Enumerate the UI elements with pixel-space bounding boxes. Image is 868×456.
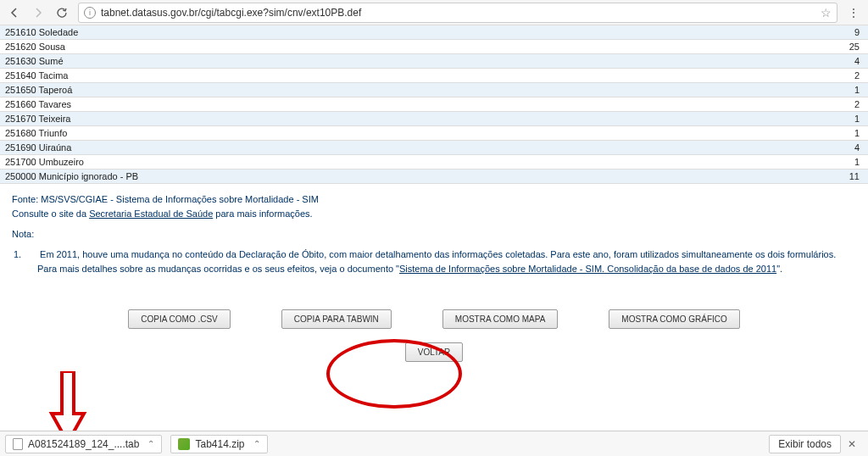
- mostra-grafico-button[interactable]: MOSTRA COMO GRÁFICO: [609, 309, 739, 329]
- source-line2-suffix: para mais informações.: [213, 209, 312, 219]
- download-filename-2: Tab414.zip: [195, 438, 244, 450]
- row-label: 251640 Tacima: [0, 69, 743, 83]
- row-value: 1: [743, 126, 868, 141]
- row-value: 1: [743, 83, 868, 97]
- row-value: 4: [743, 54, 868, 69]
- data-table: 251610 Soledade9251620 Sousa25251630 Sum…: [0, 25, 868, 184]
- copia-csv-button[interactable]: COPIA COMO .CSV: [128, 309, 231, 329]
- url-text: tabnet.datasus.gov.br/cgi/tabcgi.exe?sim…: [101, 7, 361, 19]
- row-label: 251620 Sousa: [0, 40, 743, 54]
- row-label: 251610 Soledade: [0, 25, 743, 40]
- nota-item: 1. Em 2011, houve uma mudança no conteúd…: [0, 244, 868, 292]
- table-row: 251630 Sumé4: [0, 54, 868, 69]
- table-row: 251670 Teixeira1: [0, 112, 868, 126]
- table-row: 251690 Uiraúna4: [0, 141, 868, 155]
- browser-toolbar: i tabnet.datasus.gov.br/cgi/tabcgi.exe?s…: [0, 0, 868, 25]
- nota-link[interactable]: Sistema de Informações sobre Mortalidade…: [399, 264, 776, 274]
- address-bar[interactable]: i tabnet.datasus.gov.br/cgi/tabcgi.exe?s…: [78, 3, 837, 23]
- source-link[interactable]: Secretaria Estadual de Saúde: [89, 209, 213, 219]
- source-info: Fonte: MS/SVS/CGIAE - Sistema de Informa…: [0, 184, 868, 224]
- row-value: 2: [743, 69, 868, 83]
- zip-icon: [178, 438, 190, 450]
- row-value: 9: [743, 25, 868, 40]
- download-item-1[interactable]: A081524189_124_....tab ⌃: [5, 435, 162, 453]
- browser-menu-icon[interactable]: ⋮: [843, 6, 865, 19]
- mostra-mapa-button[interactable]: MOSTRA COMO MAPA: [442, 309, 559, 329]
- page-content: 251610 Soledade9251620 Sousa25251630 Sum…: [0, 25, 868, 431]
- source-line2-prefix: Consulte o site da: [12, 209, 89, 219]
- show-all-downloads-button[interactable]: Exibir todos: [769, 435, 841, 453]
- download-item-2[interactable]: Tab414.zip ⌃: [170, 435, 267, 453]
- row-value: 1: [743, 155, 868, 170]
- action-button-row: COPIA COMO .CSV COPIA PARA TABWIN MOSTRA…: [0, 292, 868, 337]
- row-label: 251670 Teixeira: [0, 112, 743, 126]
- chevron-up-icon[interactable]: ⌃: [147, 439, 154, 448]
- action-button-row2: VOLTAR: [0, 337, 868, 379]
- row-label: 251630 Sumé: [0, 54, 743, 69]
- table-row: 251700 Umbuzeiro1: [0, 155, 868, 170]
- row-label: 251650 Taperoá: [0, 83, 743, 97]
- download-filename-1: A081524189_124_....tab: [28, 438, 139, 450]
- nota-number: 1.: [14, 247, 37, 262]
- row-value: 4: [743, 141, 868, 155]
- row-value: 25: [743, 40, 868, 54]
- chevron-up-icon[interactable]: ⌃: [253, 439, 260, 448]
- table-row: 251610 Soledade9: [0, 25, 868, 40]
- forward-button[interactable]: [27, 2, 49, 24]
- copia-tabwin-button[interactable]: COPIA PARA TABWIN: [281, 309, 392, 329]
- row-label: 250000 Município ignorado - PB: [0, 170, 743, 184]
- row-value: 11: [743, 170, 868, 184]
- table-row: 251640 Tacima2: [0, 69, 868, 83]
- table-row: 250000 Município ignorado - PB11: [0, 170, 868, 184]
- row-label: 251680 Triunfo: [0, 126, 743, 141]
- bookmark-star-icon[interactable]: ☆: [821, 6, 832, 19]
- voltar-button[interactable]: VOLTAR: [405, 342, 464, 362]
- table-row: 251660 Tavares2: [0, 97, 868, 112]
- nota-label: Nota:: [0, 224, 868, 244]
- row-label: 251700 Umbuzeiro: [0, 155, 743, 170]
- source-line1: Fonte: MS/SVS/CGIAE - Sistema de Informa…: [12, 192, 856, 207]
- close-download-shelf-button[interactable]: ✕: [841, 438, 863, 450]
- nota-text-suffix: ".: [776, 264, 782, 274]
- annotation-arrow-icon: [47, 371, 89, 431]
- site-info-icon[interactable]: i: [84, 7, 96, 19]
- back-button[interactable]: [3, 2, 25, 24]
- row-label: 251660 Tavares: [0, 97, 743, 112]
- download-shelf: A081524189_124_....tab ⌃ Tab414.zip ⌃ Ex…: [0, 431, 868, 456]
- table-row: 251650 Taperoá1: [0, 83, 868, 97]
- reload-button[interactable]: [51, 2, 73, 24]
- row-value: 2: [743, 97, 868, 112]
- row-label: 251690 Uiraúna: [0, 141, 743, 155]
- table-row: 251620 Sousa25: [0, 40, 868, 54]
- file-icon: [13, 438, 23, 450]
- table-row: 251680 Triunfo1: [0, 126, 868, 141]
- row-value: 1: [743, 112, 868, 126]
